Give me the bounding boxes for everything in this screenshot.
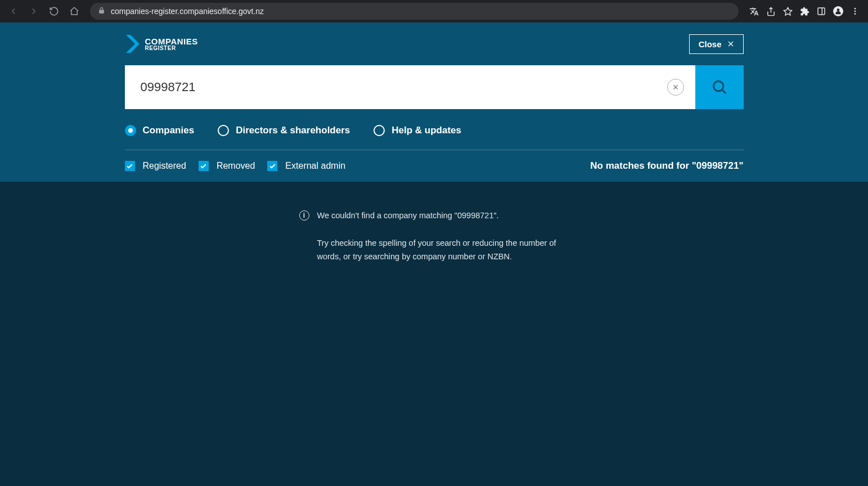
search-category-radios: Companies Directors & shareholders Help … (125, 125, 744, 150)
filter-label: Removed (217, 161, 255, 171)
panel-icon[interactable] (816, 6, 826, 16)
star-icon[interactable] (782, 6, 793, 16)
svg-point-7 (854, 13, 856, 15)
checkbox-icon (125, 161, 135, 171)
translate-icon[interactable] (749, 6, 759, 16)
no-results-headline: We couldn't find a company matching "099… (317, 209, 499, 223)
filter-removed[interactable]: Removed (199, 161, 255, 171)
browser-toolbar: companies-register.companiesoffice.govt.… (0, 0, 868, 22)
logo[interactable]: COMPANIES REGISTER (125, 34, 198, 54)
radio-companies[interactable]: Companies (125, 125, 195, 136)
close-label: Close (699, 39, 722, 49)
x-icon (672, 84, 679, 91)
svg-point-6 (854, 11, 856, 12)
profile-icon[interactable] (833, 6, 843, 16)
radio-directors[interactable]: Directors & shareholders (218, 125, 350, 136)
search-icon (711, 79, 728, 96)
reload-button[interactable] (46, 3, 62, 19)
svg-point-5 (854, 8, 856, 10)
filter-label: Registered (143, 161, 186, 171)
no-results-message: i We couldn't find a company matching "0… (299, 209, 569, 264)
radio-indicator (125, 125, 136, 136)
back-button[interactable] (6, 3, 21, 19)
logo-title: COMPANIES (145, 37, 198, 46)
status-filters: Registered Removed External admin (125, 161, 346, 171)
radio-label: Directors & shareholders (236, 125, 350, 136)
search-field-wrapper (125, 65, 695, 109)
url-text: companies-register.companiesoffice.govt.… (111, 7, 264, 16)
svg-rect-2 (818, 8, 825, 15)
svg-marker-1 (784, 7, 791, 15)
share-icon[interactable] (766, 6, 776, 16)
chevron-logo-icon (125, 34, 141, 54)
chrome-actions (746, 6, 862, 16)
extensions-icon[interactable] (799, 6, 809, 16)
radio-indicator (218, 125, 229, 136)
radio-label: Help & updates (392, 125, 461, 136)
forward-button[interactable] (26, 3, 42, 19)
close-button[interactable]: Close (689, 34, 744, 54)
radio-label: Companies (143, 125, 195, 136)
radio-indicator (374, 125, 385, 136)
results-area: i We couldn't find a company matching "0… (0, 182, 868, 291)
search-input[interactable] (141, 65, 667, 109)
info-icon: i (299, 210, 309, 220)
close-icon (727, 40, 734, 47)
lock-icon (98, 7, 105, 16)
search-panel: COMPANIES REGISTER Close (0, 22, 868, 182)
checkbox-icon (199, 161, 209, 171)
filter-external-admin[interactable]: External admin (267, 161, 345, 171)
checkbox-icon (267, 161, 277, 171)
logo-subtitle: REGISTER (145, 46, 198, 51)
filter-label: External admin (285, 161, 345, 171)
clear-search-button[interactable] (667, 79, 684, 96)
filter-registered[interactable]: Registered (125, 161, 186, 171)
svg-line-13 (722, 89, 726, 93)
search-button[interactable] (695, 65, 744, 109)
home-button[interactable] (66, 3, 82, 19)
radio-help[interactable]: Help & updates (374, 125, 461, 136)
url-bar[interactable]: companies-register.companiesoffice.govt.… (90, 3, 739, 20)
result-count: No matches found for "09998721" (590, 160, 743, 172)
svg-point-12 (713, 81, 723, 91)
svg-point-4 (837, 8, 840, 11)
menu-icon[interactable] (850, 6, 860, 16)
no-results-body: Try checking the spelling of your search… (317, 236, 569, 264)
